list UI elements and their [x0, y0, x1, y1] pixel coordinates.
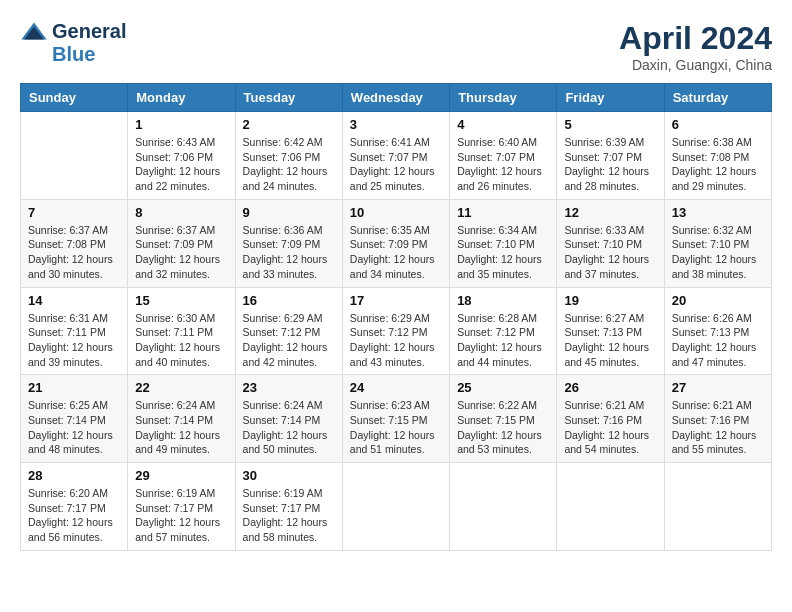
- logo-blue-text: Blue: [52, 43, 95, 66]
- weekday-header-saturday: Saturday: [664, 84, 771, 112]
- day-info: Sunrise: 6:28 AMSunset: 7:12 PMDaylight:…: [457, 311, 549, 370]
- weekday-header-sunday: Sunday: [21, 84, 128, 112]
- calendar-cell: 4Sunrise: 6:40 AMSunset: 7:07 PMDaylight…: [450, 112, 557, 200]
- day-number: 30: [243, 468, 335, 483]
- calendar-cell: 7Sunrise: 6:37 AMSunset: 7:08 PMDaylight…: [21, 199, 128, 287]
- day-info: Sunrise: 6:39 AMSunset: 7:07 PMDaylight:…: [564, 135, 656, 194]
- calendar-cell: 12Sunrise: 6:33 AMSunset: 7:10 PMDayligh…: [557, 199, 664, 287]
- day-number: 22: [135, 380, 227, 395]
- day-number: 29: [135, 468, 227, 483]
- day-info: Sunrise: 6:43 AMSunset: 7:06 PMDaylight:…: [135, 135, 227, 194]
- day-info: Sunrise: 6:36 AMSunset: 7:09 PMDaylight:…: [243, 223, 335, 282]
- calendar-cell: [557, 463, 664, 551]
- day-info: Sunrise: 6:31 AMSunset: 7:11 PMDaylight:…: [28, 311, 120, 370]
- day-info: Sunrise: 6:19 AMSunset: 7:17 PMDaylight:…: [135, 486, 227, 545]
- day-number: 9: [243, 205, 335, 220]
- month-title: April 2024: [619, 20, 772, 57]
- calendar-cell: 18Sunrise: 6:28 AMSunset: 7:12 PMDayligh…: [450, 287, 557, 375]
- day-number: 8: [135, 205, 227, 220]
- day-info: Sunrise: 6:24 AMSunset: 7:14 PMDaylight:…: [243, 398, 335, 457]
- day-info: Sunrise: 6:29 AMSunset: 7:12 PMDaylight:…: [350, 311, 442, 370]
- day-info: Sunrise: 6:30 AMSunset: 7:11 PMDaylight:…: [135, 311, 227, 370]
- day-number: 27: [672, 380, 764, 395]
- day-number: 6: [672, 117, 764, 132]
- calendar-table: SundayMondayTuesdayWednesdayThursdayFrid…: [20, 83, 772, 551]
- day-info: Sunrise: 6:35 AMSunset: 7:09 PMDaylight:…: [350, 223, 442, 282]
- weekday-header-thursday: Thursday: [450, 84, 557, 112]
- day-info: Sunrise: 6:38 AMSunset: 7:08 PMDaylight:…: [672, 135, 764, 194]
- calendar-cell: 16Sunrise: 6:29 AMSunset: 7:12 PMDayligh…: [235, 287, 342, 375]
- day-number: 4: [457, 117, 549, 132]
- week-row-5: 28Sunrise: 6:20 AMSunset: 7:17 PMDayligh…: [21, 463, 772, 551]
- day-info: Sunrise: 6:33 AMSunset: 7:10 PMDaylight:…: [564, 223, 656, 282]
- day-number: 7: [28, 205, 120, 220]
- week-row-1: 1Sunrise: 6:43 AMSunset: 7:06 PMDaylight…: [21, 112, 772, 200]
- location: Daxin, Guangxi, China: [619, 57, 772, 73]
- day-info: Sunrise: 6:24 AMSunset: 7:14 PMDaylight:…: [135, 398, 227, 457]
- calendar-cell: 21Sunrise: 6:25 AMSunset: 7:14 PMDayligh…: [21, 375, 128, 463]
- day-number: 10: [350, 205, 442, 220]
- calendar-cell: 15Sunrise: 6:30 AMSunset: 7:11 PMDayligh…: [128, 287, 235, 375]
- calendar-cell: 10Sunrise: 6:35 AMSunset: 7:09 PMDayligh…: [342, 199, 449, 287]
- calendar-cell: [664, 463, 771, 551]
- day-number: 26: [564, 380, 656, 395]
- day-info: Sunrise: 6:25 AMSunset: 7:14 PMDaylight:…: [28, 398, 120, 457]
- calendar-cell: 25Sunrise: 6:22 AMSunset: 7:15 PMDayligh…: [450, 375, 557, 463]
- calendar-cell: 14Sunrise: 6:31 AMSunset: 7:11 PMDayligh…: [21, 287, 128, 375]
- day-number: 3: [350, 117, 442, 132]
- day-number: 18: [457, 293, 549, 308]
- calendar-cell: 13Sunrise: 6:32 AMSunset: 7:10 PMDayligh…: [664, 199, 771, 287]
- day-number: 1: [135, 117, 227, 132]
- calendar-cell: 3Sunrise: 6:41 AMSunset: 7:07 PMDaylight…: [342, 112, 449, 200]
- calendar-cell: 2Sunrise: 6:42 AMSunset: 7:06 PMDaylight…: [235, 112, 342, 200]
- day-info: Sunrise: 6:37 AMSunset: 7:08 PMDaylight:…: [28, 223, 120, 282]
- week-row-4: 21Sunrise: 6:25 AMSunset: 7:14 PMDayligh…: [21, 375, 772, 463]
- day-info: Sunrise: 6:34 AMSunset: 7:10 PMDaylight:…: [457, 223, 549, 282]
- calendar-cell: 5Sunrise: 6:39 AMSunset: 7:07 PMDaylight…: [557, 112, 664, 200]
- calendar-cell: [342, 463, 449, 551]
- day-number: 16: [243, 293, 335, 308]
- day-info: Sunrise: 6:20 AMSunset: 7:17 PMDaylight:…: [28, 486, 120, 545]
- week-row-3: 14Sunrise: 6:31 AMSunset: 7:11 PMDayligh…: [21, 287, 772, 375]
- calendar-cell: 30Sunrise: 6:19 AMSunset: 7:17 PMDayligh…: [235, 463, 342, 551]
- calendar-cell: 24Sunrise: 6:23 AMSunset: 7:15 PMDayligh…: [342, 375, 449, 463]
- day-number: 12: [564, 205, 656, 220]
- calendar-cell: 22Sunrise: 6:24 AMSunset: 7:14 PMDayligh…: [128, 375, 235, 463]
- day-info: Sunrise: 6:23 AMSunset: 7:15 PMDaylight:…: [350, 398, 442, 457]
- day-number: 5: [564, 117, 656, 132]
- weekday-header-monday: Monday: [128, 84, 235, 112]
- calendar-cell: 9Sunrise: 6:36 AMSunset: 7:09 PMDaylight…: [235, 199, 342, 287]
- weekday-header-row: SundayMondayTuesdayWednesdayThursdayFrid…: [21, 84, 772, 112]
- day-number: 21: [28, 380, 120, 395]
- title-area: April 2024 Daxin, Guangxi, China: [619, 20, 772, 73]
- calendar-cell: 1Sunrise: 6:43 AMSunset: 7:06 PMDaylight…: [128, 112, 235, 200]
- logo: General Blue: [20, 20, 126, 66]
- day-info: Sunrise: 6:21 AMSunset: 7:16 PMDaylight:…: [672, 398, 764, 457]
- day-number: 14: [28, 293, 120, 308]
- day-info: Sunrise: 6:42 AMSunset: 7:06 PMDaylight:…: [243, 135, 335, 194]
- calendar-cell: 19Sunrise: 6:27 AMSunset: 7:13 PMDayligh…: [557, 287, 664, 375]
- day-number: 19: [564, 293, 656, 308]
- day-info: Sunrise: 6:41 AMSunset: 7:07 PMDaylight:…: [350, 135, 442, 194]
- day-number: 20: [672, 293, 764, 308]
- calendar-cell: 27Sunrise: 6:21 AMSunset: 7:16 PMDayligh…: [664, 375, 771, 463]
- day-info: Sunrise: 6:40 AMSunset: 7:07 PMDaylight:…: [457, 135, 549, 194]
- calendar-cell: 17Sunrise: 6:29 AMSunset: 7:12 PMDayligh…: [342, 287, 449, 375]
- weekday-header-tuesday: Tuesday: [235, 84, 342, 112]
- day-number: 15: [135, 293, 227, 308]
- calendar-cell: [450, 463, 557, 551]
- day-number: 13: [672, 205, 764, 220]
- day-number: 23: [243, 380, 335, 395]
- weekday-header-wednesday: Wednesday: [342, 84, 449, 112]
- calendar-cell: 23Sunrise: 6:24 AMSunset: 7:14 PMDayligh…: [235, 375, 342, 463]
- logo-icon: [20, 21, 48, 41]
- day-number: 24: [350, 380, 442, 395]
- day-number: 28: [28, 468, 120, 483]
- day-info: Sunrise: 6:21 AMSunset: 7:16 PMDaylight:…: [564, 398, 656, 457]
- day-info: Sunrise: 6:27 AMSunset: 7:13 PMDaylight:…: [564, 311, 656, 370]
- calendar-cell: 8Sunrise: 6:37 AMSunset: 7:09 PMDaylight…: [128, 199, 235, 287]
- calendar-cell: 11Sunrise: 6:34 AMSunset: 7:10 PMDayligh…: [450, 199, 557, 287]
- calendar-cell: 28Sunrise: 6:20 AMSunset: 7:17 PMDayligh…: [21, 463, 128, 551]
- day-info: Sunrise: 6:29 AMSunset: 7:12 PMDaylight:…: [243, 311, 335, 370]
- calendar-cell: 26Sunrise: 6:21 AMSunset: 7:16 PMDayligh…: [557, 375, 664, 463]
